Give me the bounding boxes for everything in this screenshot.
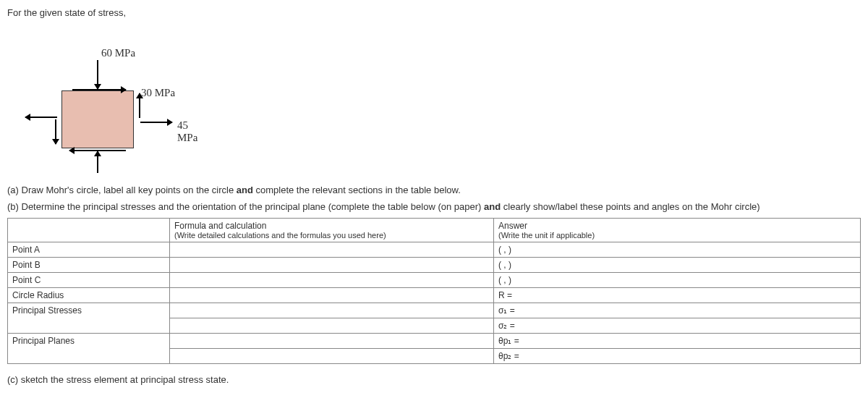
header-col3-line1: Answer [498, 221, 856, 231]
arrow-down-top [97, 60, 98, 89]
radius-formula [170, 288, 494, 303]
header-col1 [8, 219, 170, 242]
row-principal-plane-1: Principal Planes θp₁ = [8, 334, 861, 349]
label-45mpa: 45 MPa [177, 119, 210, 144]
header-col2-line1: Formula and calculation [174, 221, 489, 231]
thetap1-formula [170, 334, 494, 349]
row-point-c: Point C ( , ) [8, 273, 861, 288]
part-b-post: clearly show/label these points and angl… [501, 201, 760, 212]
principal-stresses-label: Principal Stresses [8, 303, 170, 334]
part-a-post: complete the relevant sections in the ta… [253, 185, 461, 195]
sigma1-answer: σ₁ = [494, 303, 861, 318]
table-header-row: Formula and calculation (Write detailed … [8, 219, 861, 242]
part-a-pre: (a) Draw Mohr's circle, label all key po… [7, 185, 237, 195]
part-a-bold: and [237, 185, 253, 195]
arrow-shear-top [72, 89, 126, 90]
header-col2: Formula and calculation (Write detailed … [170, 219, 494, 242]
arrow-normal-right [140, 122, 172, 123]
part-a: (a) Draw Mohr's circle, label all key po… [7, 185, 861, 195]
pointC-answer: ( , ) [494, 273, 861, 288]
header-col3-line2: (Write the unit if applicable) [498, 231, 856, 240]
label-30mpa: 30 MPa [141, 87, 175, 99]
pointB-formula [170, 258, 494, 273]
stress-element-square [61, 90, 134, 148]
radius-label: Circle Radius [8, 288, 170, 303]
row-point-b: Point B ( , ) [8, 258, 861, 273]
thetap2-answer: θp₂ = [494, 349, 861, 364]
thetap2-formula [170, 349, 494, 364]
header-col3: Answer (Write the unit if applicable) [494, 219, 861, 242]
pointB-label: Point B [8, 258, 170, 273]
arrow-up-bottom [97, 151, 98, 173]
principal-planes-label: Principal Planes [8, 334, 170, 364]
label-60mpa: 60 MPa [101, 47, 135, 59]
pointB-answer: ( , ) [494, 258, 861, 273]
header-col2-line2: (Write detailed calculations and the for… [174, 231, 489, 240]
sigma2-answer: σ₂ = [494, 318, 861, 334]
sigma2-formula [170, 318, 494, 334]
arrow-shear-right-up [139, 93, 140, 118]
radius-answer: R = [494, 288, 861, 303]
row-radius: Circle Radius R = [8, 288, 861, 303]
part-b-bold: and [484, 201, 501, 212]
part-b: (b) Determine the principal stresses and… [7, 201, 861, 212]
pointA-answer: ( , ) [494, 242, 861, 258]
part-b-pre: (b) Determine the principal stresses and… [7, 201, 484, 212]
sigma1-formula [170, 303, 494, 318]
row-principal-stress-1: Principal Stresses σ₁ = [8, 303, 861, 318]
arrow-shear-left-down [55, 119, 56, 144]
thetap1-answer: θp₁ = [494, 334, 861, 349]
pointC-label: Point C [8, 273, 170, 288]
stress-diagram: 60 MPa 30 MPa 45 MPa [7, 25, 210, 170]
pointA-formula [170, 242, 494, 258]
intro-text: For the given state of stress, [7, 7, 861, 18]
row-point-a: Point A ( , ) [8, 242, 861, 258]
pointA-label: Point A [8, 242, 170, 258]
pointC-formula [170, 273, 494, 288]
part-c: (c) sketch the stress element at princip… [7, 374, 861, 385]
arrow-normal-left [25, 117, 57, 118]
answer-table: Formula and calculation (Write detailed … [7, 218, 861, 364]
